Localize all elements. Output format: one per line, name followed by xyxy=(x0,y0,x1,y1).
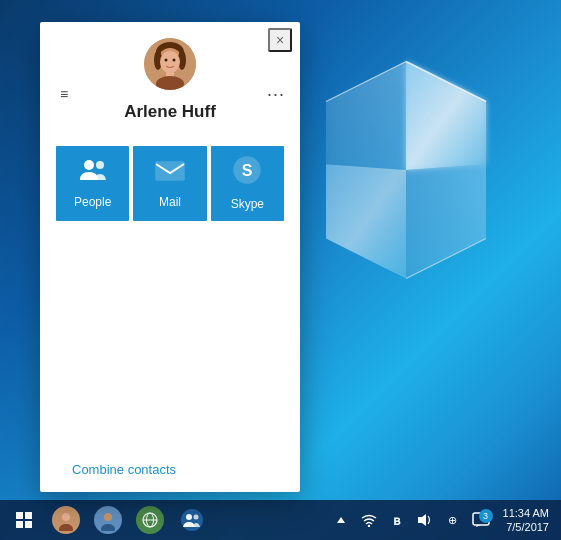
skype-tile-label: Skype xyxy=(231,197,264,211)
clock-time: 11:34 AM xyxy=(503,506,549,520)
svg-marker-1 xyxy=(326,61,406,170)
svg-rect-25 xyxy=(25,521,32,528)
taskbar-globe[interactable] xyxy=(130,500,170,540)
mail-tile-label: Mail xyxy=(159,195,181,209)
svg-rect-22 xyxy=(16,512,23,519)
svg-rect-19 xyxy=(156,162,184,180)
taskbar-left xyxy=(0,500,212,540)
people-tile-label: People xyxy=(74,195,111,209)
avatar xyxy=(144,38,196,90)
skype-tile-icon: S xyxy=(233,156,261,191)
svg-point-18 xyxy=(96,161,104,169)
hamburger-menu-button[interactable]: ≡ xyxy=(50,80,78,108)
message-icon[interactable]: 3 xyxy=(469,508,493,532)
mail-tile[interactable]: Mail xyxy=(133,146,206,221)
contact-card: × xyxy=(40,22,300,492)
card-body xyxy=(40,233,300,450)
svg-text:S: S xyxy=(242,162,253,179)
desktop: × xyxy=(0,0,561,540)
svg-point-30 xyxy=(104,513,112,521)
system-clock[interactable]: 11:34 AM 7/5/2017 xyxy=(495,506,557,535)
mail-tile-icon xyxy=(155,158,185,189)
volume-icon[interactable] xyxy=(413,508,437,532)
contact-name: Arlene Huff xyxy=(124,102,216,122)
skype-tile[interactable]: S Skype xyxy=(211,146,284,221)
taskbar-person1[interactable] xyxy=(46,500,86,540)
svg-point-13 xyxy=(165,59,168,62)
combine-contacts-link[interactable]: Combine contacts xyxy=(56,450,192,489)
combine-contacts-section: Combine contacts xyxy=(40,450,300,492)
people-tile-icon xyxy=(78,158,108,189)
network-wifi-icon[interactable] xyxy=(357,508,381,532)
app-tiles-row: People Mail S Skype xyxy=(40,134,300,233)
taskbar-right: ʙ ⊕ 3 1 xyxy=(329,506,561,535)
more-options-button[interactable]: ··· xyxy=(262,80,290,108)
clock-date: 7/5/2017 xyxy=(503,520,549,534)
people-tile[interactable]: People xyxy=(56,146,129,221)
svg-marker-3 xyxy=(326,164,406,278)
bluetooth-icon[interactable]: ʙ xyxy=(385,508,409,532)
svg-point-38 xyxy=(194,515,199,520)
svg-rect-24 xyxy=(16,521,23,528)
taskbar-people[interactable] xyxy=(172,500,212,540)
svg-point-14 xyxy=(173,59,176,62)
taskbar-person2[interactable] xyxy=(88,500,128,540)
svg-point-36 xyxy=(181,509,203,531)
chevron-up-icon[interactable] xyxy=(329,508,353,532)
svg-point-37 xyxy=(186,514,192,520)
system-tray: ʙ ⊕ 3 xyxy=(329,508,493,532)
svg-point-17 xyxy=(84,160,94,170)
power-icon[interactable]: ⊕ xyxy=(441,508,465,532)
svg-rect-23 xyxy=(25,512,32,519)
svg-point-40 xyxy=(367,525,369,527)
windows-logo xyxy=(291,50,521,290)
svg-marker-0 xyxy=(406,61,486,170)
svg-point-27 xyxy=(62,513,70,521)
start-button[interactable] xyxy=(4,500,44,540)
svg-marker-41 xyxy=(418,514,426,526)
svg-marker-39 xyxy=(337,517,345,523)
notification-badge: 3 xyxy=(479,509,493,523)
svg-marker-2 xyxy=(406,164,486,278)
close-button[interactable]: × xyxy=(268,28,292,52)
taskbar: ʙ ⊕ 3 1 xyxy=(0,500,561,540)
svg-point-12 xyxy=(160,51,180,73)
card-header: × xyxy=(40,22,300,134)
